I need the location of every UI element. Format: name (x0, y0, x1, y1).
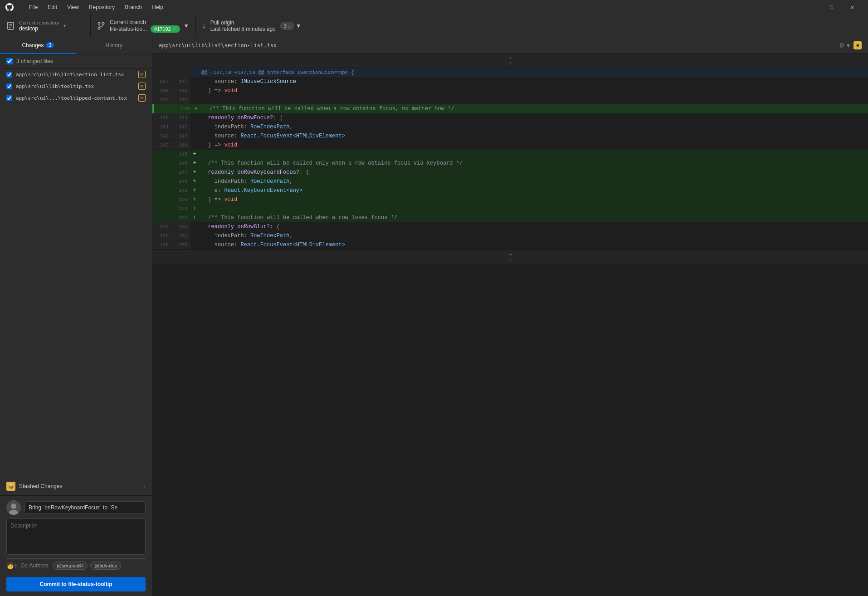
maximize-button[interactable]: ☐ (821, 0, 842, 15)
commit-description-input[interactable] (10, 523, 141, 551)
diff-line-row: 145 154 indexPath: RowIndexPath, (152, 231, 868, 240)
repo-label: Current repository (19, 20, 59, 25)
diff-line-row: 143 144 ) => void (152, 141, 868, 150)
tab-changes[interactable]: Changes 3 (0, 37, 76, 54)
diff-line-row-added: 148 + indexPath: RowIndexPath, (152, 177, 868, 186)
file-checkbox-1[interactable] (6, 83, 12, 89)
sidebar: Changes 3 History 3 changed files app\sr… (0, 37, 152, 596)
file-status-2: M (138, 94, 146, 102)
pull-origin-section[interactable]: ↓ Pull origin Last fetched 8 minutes ago… (196, 15, 868, 37)
menu-edit[interactable]: Edit (43, 2, 62, 12)
diff-line-row: 139 139 (152, 95, 868, 104)
diff-line-row-added: 150 + ) => void (152, 195, 868, 204)
diff-file-path: app\src\ui\lib\list\section-list.tsx (159, 42, 837, 49)
diff-line-row: 146 155 source: React.FocusEvent<HTMLDiv… (152, 240, 868, 249)
close-button[interactable]: ✕ (842, 0, 863, 15)
branch-chevron-icon: ▼ (184, 23, 189, 29)
co-author-tag-2[interactable]: @tidy-dev (90, 562, 121, 570)
toolbar: Current repository desktop ▼ Current bra… (0, 15, 868, 37)
commit-summary-box[interactable] (24, 501, 146, 514)
menu-repository[interactable]: Repository (84, 2, 119, 12)
repo-name: desktop (19, 25, 59, 32)
pull-sub: Last fetched 8 minutes ago (210, 26, 276, 32)
pull-icon: ↓ (202, 22, 206, 30)
expand-up-button[interactable]: ⋯ ↑ (152, 54, 868, 68)
menu-branch[interactable]: Branch (120, 2, 146, 12)
hunk-header: @@ -137,10 +137,19 @@ interface ISection… (152, 68, 868, 77)
diff-line-row-added: 147 + readonly onRowKeyboardFocus?: ( (152, 168, 868, 177)
branch-icon (97, 22, 105, 30)
file-name-1: app\src\ui\lib\tooltip.tsx (16, 83, 135, 89)
diff-line-row-added: 145 + (152, 150, 868, 159)
repo-chevron-icon: ▼ (63, 24, 67, 28)
diff-line-row-highlighted: 140 + /** This function will be called w… (152, 104, 868, 113)
file-checkbox-2[interactable] (6, 95, 12, 101)
main-area: Changes 3 History 3 changed files app\sr… (0, 37, 868, 596)
commit-author-row (6, 500, 146, 515)
commit-area: 🧑+ Co-Authors @sergiou87 @tidy-dev Commi… (0, 495, 152, 596)
diff-line-row: 144 153 readonly onRowBlur?: ( (152, 222, 868, 231)
file-name-2: app\src\ui\...\tooltipped-content.tsx (16, 95, 135, 101)
co-author-add-icon[interactable]: 🧑+ (6, 562, 18, 569)
file-list: app\src\ui\lib\list\section-list.tsx M a… (0, 68, 152, 477)
diff-header: app\src\ui\lib\list\section-list.tsx ⚙ ▾… (152, 37, 868, 54)
menu-view[interactable]: View (63, 2, 83, 12)
pull-count-badge: 3 ↓ (280, 22, 294, 30)
diff-line-row-added: 149 + e: React.KeyboardEvent<any> (152, 186, 868, 195)
svg-point-5 (102, 22, 104, 24)
co-authors-row: 🧑+ Co-Authors @sergiou87 @tidy-dev (6, 558, 146, 572)
branch-label: Current branch (110, 19, 180, 25)
stash-section[interactable]: 📦 Stashed Changes › (0, 477, 152, 495)
titlebar: File Edit View Repository Branch Help — … (0, 0, 868, 15)
select-all-checkbox[interactable] (6, 58, 13, 64)
current-branch-section[interactable]: Current branch file-status-too... #17192… (91, 15, 196, 37)
file-item-0[interactable]: app\src\ui\lib\list\section-list.tsx M (0, 68, 152, 80)
co-authors-label: Co-Authors (20, 562, 48, 569)
diff-line-row: 140 141 readonly onRowFocus?: ( (152, 113, 868, 122)
repo-icon (6, 22, 15, 30)
pull-label: Pull origin (210, 20, 276, 26)
diff-line-row-added: 152 + /** This function will be called w… (152, 213, 868, 222)
stash-title: Stashed Changes (19, 483, 62, 489)
svg-point-9 (11, 503, 16, 509)
changed-files-count: 3 changed files (16, 58, 53, 64)
minimize-button[interactable]: — (800, 0, 821, 15)
commit-description-box[interactable] (6, 518, 146, 555)
highlight-button[interactable]: ■ (853, 41, 862, 49)
changes-count-badge: 3 (46, 42, 54, 48)
diff-settings-button[interactable]: ⚙ ▾ (837, 40, 852, 51)
commit-button[interactable]: Commit to file-status-tooltip (6, 577, 146, 591)
diff-line-row-added: 151 + (152, 204, 868, 213)
diff-content: ⋯ ↑ @@ -137,10 +137,19 @@ interface ISec… (152, 54, 868, 596)
sidebar-tabs: Changes 3 History (0, 37, 152, 54)
branch-name: file-status-too... (110, 26, 147, 32)
file-status-0: M (138, 71, 146, 78)
menu-help[interactable]: Help (147, 2, 168, 12)
file-checkbox-0[interactable] (6, 72, 12, 78)
diff-area: app\src\ui\lib\list\section-list.tsx ⚙ ▾… (152, 37, 868, 596)
file-item-2[interactable]: app\src\ui\...\tooltipped-content.tsx M (0, 92, 152, 104)
diff-line-row: 142 143 source: React.FocusEvent<HTMLDiv… (152, 132, 868, 141)
diff-line-row: 141 142 indexPath: RowIndexPath, (152, 122, 868, 132)
diff-line-row-added: 146 + /** This function will be called o… (152, 159, 868, 168)
file-name-0: app\src\ui\lib\list\section-list.tsx (16, 72, 135, 78)
stash-icon: 📦 (6, 482, 15, 491)
current-repo-section[interactable]: Current repository desktop ▼ (0, 15, 91, 37)
stash-chevron-icon: › (144, 484, 146, 489)
app-logo-icon (5, 3, 14, 11)
co-author-tag-1[interactable]: @sergiou87 (53, 562, 88, 570)
diff-header-actions: ⚙ ▾ ■ (837, 40, 862, 51)
diff-line-row: 138 138 ) => void (152, 86, 868, 95)
expand-down-button[interactable]: ⋯ ↓ (152, 249, 868, 264)
tab-history[interactable]: History (76, 37, 152, 54)
diff-line-row: 137 137 source: IMouseClickSource (152, 77, 868, 86)
file-item-1[interactable]: app\src\ui\lib\tooltip.tsx M (0, 80, 152, 92)
svg-point-4 (98, 22, 100, 24)
svg-point-6 (98, 27, 100, 29)
window-controls: — ☐ ✕ (800, 0, 863, 15)
commit-summary-input[interactable] (29, 504, 141, 511)
file-status-1: M (138, 83, 146, 90)
hunk-header-text: @@ -137,10 +137,19 @@ interface ISection… (199, 68, 868, 77)
pr-badge: #17192 ✓ (151, 25, 180, 33)
menu-file[interactable]: File (24, 2, 42, 12)
